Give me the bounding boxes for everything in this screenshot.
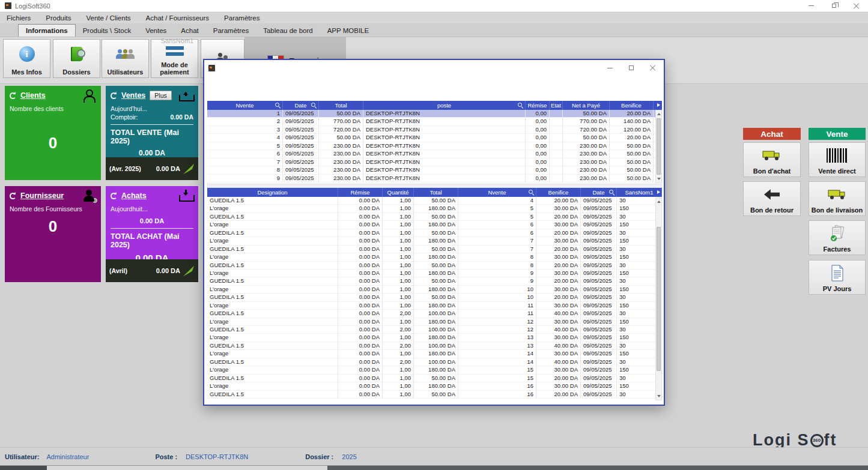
table-row[interactable]: GUEDILA 1.50.00 DA1,0050.00 DA920.00 DA0… — [207, 277, 662, 285]
ventes-title[interactable]: Ventes — [121, 91, 145, 100]
clients-title[interactable]: Clients — [20, 91, 46, 100]
refresh-icon[interactable] — [111, 193, 117, 199]
next-column-icon[interactable] — [657, 103, 660, 107]
menu-parametres[interactable]: Paramètres — [217, 14, 268, 22]
search-icon[interactable] — [609, 190, 615, 195]
menu-fichiers[interactable]: Fichiers — [0, 14, 39, 22]
col-sansnom1[interactable]: SansNom1 — [617, 188, 662, 197]
tab-produits-stock[interactable]: Produits \ Stock — [76, 25, 139, 37]
col-poste[interactable]: poste — [363, 101, 526, 110]
col-etat[interactable]: Etat — [550, 101, 563, 110]
col-nvente[interactable]: Nvente — [207, 101, 283, 110]
table-row[interactable]: GUEDILA 1.50.00 DA2,00100.00 DA1140.00 D… — [207, 310, 662, 318]
child-titlebar[interactable] — [204, 60, 664, 76]
table-row[interactable]: L'orage0.00 DA1,00180.00 DA930.00 DA09/0… — [207, 270, 662, 277]
table-row[interactable]: L'orage0.00 DA1,00180.00 DA1030.00 DA09/… — [207, 286, 662, 294]
table-row[interactable]: L'orage0.00 DA1,00180.00 DA1130.00 DA09/… — [207, 302, 662, 310]
factures-button[interactable]: Factures — [809, 220, 866, 255]
pv-jours-button[interactable]: PV Jours — [809, 260, 866, 295]
table-row[interactable]: GUEDILA 1.50.00 DA1,0050.00 DA420.00 DA0… — [207, 197, 662, 205]
search-icon[interactable] — [529, 190, 534, 195]
col-quantite[interactable]: Quantité — [383, 188, 414, 197]
table-row[interactable]: L'orage0.00 DA1,00180.00 DA1230.00 DA09/… — [207, 318, 662, 326]
next-column-icon[interactable] — [657, 190, 660, 194]
table-row[interactable]: 609/05/2025230.00 DADESKTOP-RTJTK8N0,002… — [207, 150, 662, 158]
scroll-up-icon[interactable] — [656, 198, 661, 205]
col-benifice[interactable]: Benifice — [610, 101, 654, 110]
refresh-icon[interactable] — [111, 92, 117, 99]
table-row[interactable]: L'orage0.00 DA1,00180.00 DA730.00 DA09/0… — [207, 237, 662, 245]
scroll-up-icon[interactable] — [656, 110, 661, 118]
table-row[interactable]: GUEDILA 1.50.00 DA1,0050.00 DA620.00 DA0… — [207, 229, 662, 237]
mes-infos-button[interactable]: i Mes Infos — [3, 39, 50, 78]
menu-vente-clients[interactable]: Vente / Clients — [79, 14, 139, 22]
tab-parametres[interactable]: Paramètres — [206, 25, 256, 37]
table-row[interactable]: L'orage0.00 DA1,00180.00 DA530.00 DA09/0… — [207, 205, 662, 212]
table-row[interactable]: 909/05/2025230.00 DADESKTOP-RTJTK8N0,002… — [207, 175, 662, 182]
table-row[interactable]: GUEDILA 1.50.00 DA1,0050.00 DA1020.00 DA… — [207, 294, 662, 301]
col-remise[interactable]: Rémise — [338, 188, 383, 197]
table-row[interactable]: 309/05/2025720.00 DADESKTOP-RTJTK8N0,007… — [207, 126, 662, 134]
scroll-thumb[interactable] — [657, 118, 661, 175]
tab-app-mobile[interactable]: APP MOBILE — [320, 25, 376, 37]
close-button[interactable] — [845, 0, 868, 11]
search-icon[interactable] — [275, 103, 281, 108]
utilisateurs-button[interactable]: Utilisateurs — [102, 39, 149, 78]
col-date[interactable]: Date — [283, 101, 319, 110]
tab-achat[interactable]: Achat — [174, 25, 205, 37]
table-row[interactable]: L'orage0.00 DA1,00180.00 DA630.00 DA09/0… — [207, 221, 662, 229]
restore-button[interactable] — [822, 0, 845, 11]
menu-produits[interactable]: Produits — [39, 14, 79, 22]
scroll-thumb[interactable] — [657, 227, 661, 371]
table-row[interactable]: GUEDILA 1.50.00 DA2,00100.00 DA1340.00 D… — [207, 342, 662, 350]
sales-table-scrollbar[interactable] — [655, 110, 662, 183]
minimize-button[interactable] — [800, 0, 822, 11]
col-benifice[interactable]: Benifice — [536, 188, 581, 197]
line-items-scrollbar[interactable] — [655, 197, 662, 400]
col-net-a-paye[interactable]: Net a Payé — [563, 101, 610, 110]
col-remise[interactable]: Rémise — [526, 101, 550, 110]
taskbar-strip[interactable] — [0, 465, 868, 470]
mode-paiement-button[interactable]: Mode de paiement — [151, 39, 198, 78]
col-total[interactable]: Total — [414, 188, 458, 197]
table-row[interactable]: GUEDILA 1.50.00 DA1,0050.00 DA720.00 DA0… — [207, 246, 662, 253]
tab-ventes[interactable]: Ventes — [138, 25, 174, 37]
achats-title[interactable]: Achats — [121, 191, 147, 200]
table-row[interactable]: GUEDILA 1.50.00 DA2,00100.00 DA1240.00 D… — [207, 326, 662, 334]
table-row[interactable]: L'orage0.00 DA1,00180.00 DA1630.00 DA09/… — [207, 382, 662, 390]
table-row[interactable]: L'orage0.00 DA1,00180.00 DA1330.00 DA09/… — [207, 334, 662, 342]
plus-button[interactable]: Plus — [150, 91, 171, 100]
child-minimize-button[interactable] — [599, 60, 621, 76]
fournisseur-title[interactable]: Fournisseur — [20, 191, 64, 200]
scroll-down-icon[interactable] — [656, 393, 661, 400]
col-designation[interactable]: Designation — [207, 188, 338, 197]
col-total[interactable]: Total — [319, 101, 363, 110]
child-maximize-button[interactable] — [621, 60, 642, 76]
refresh-icon[interactable] — [10, 92, 16, 99]
table-row[interactable]: GUEDILA 1.50.00 DA1,0050.00 DA1520.00 DA… — [207, 375, 662, 382]
sales-table-hscrollbar[interactable] — [207, 184, 662, 188]
bon-livraison-button[interactable]: Bon de livraison — [809, 181, 866, 216]
table-row[interactable]: 809/05/2025230.00 DADESKTOP-RTJTK8N0,002… — [207, 166, 662, 174]
bon-retour-button[interactable]: Bon de retour — [743, 181, 801, 216]
table-row[interactable]: L'orage0.00 DA1,00180.00 DA1530.00 DA09/… — [207, 366, 662, 374]
table-row[interactable]: 709/05/2025230.00 DADESKTOP-RTJTK8N0,002… — [207, 158, 662, 166]
tab-informations[interactable]: Informations — [18, 24, 76, 37]
table-row[interactable]: GUEDILA 1.50.00 DA2,00100.00 DA1440.00 D… — [207, 358, 662, 366]
scroll-down-icon[interactable] — [656, 175, 661, 182]
vente-direct-button[interactable]: Vente direct — [809, 142, 866, 177]
child-close-button[interactable] — [642, 60, 664, 76]
col-date[interactable]: Date — [581, 188, 617, 197]
table-row[interactable]: L'orage0.00 DA1,00180.00 DA1430.00 DA09/… — [207, 350, 662, 358]
dossiers-button[interactable]: Dossiers — [53, 39, 100, 78]
refresh-icon[interactable] — [10, 193, 16, 199]
tab-tableau-de-bord[interactable]: Tableau de bord — [256, 25, 320, 37]
table-row[interactable]: 509/05/2025230.00 DADESKTOP-RTJTK8N0,002… — [207, 142, 662, 150]
table-row[interactable]: GUEDILA 1.50.00 DA1,0050.00 DA1620.00 DA… — [207, 391, 662, 399]
table-row[interactable]: 409/05/202550.00 DADESKTOP-RTJTK8N0,0050… — [207, 134, 662, 142]
table-row[interactable]: GUEDILA 1.50.00 DA1,0050.00 DA520.00 DA0… — [207, 213, 662, 221]
table-row[interactable]: L'orage0.00 DA1,00180.00 DA830.00 DA09/0… — [207, 253, 662, 261]
table-row[interactable]: 109/05/202550.00 DADESKTOP-RTJTK8N0,0050… — [207, 110, 662, 118]
table-row[interactable]: 209/05/2025770.00 DADESKTOP-RTJTK8N0,007… — [207, 118, 662, 125]
search-icon[interactable] — [518, 103, 523, 108]
